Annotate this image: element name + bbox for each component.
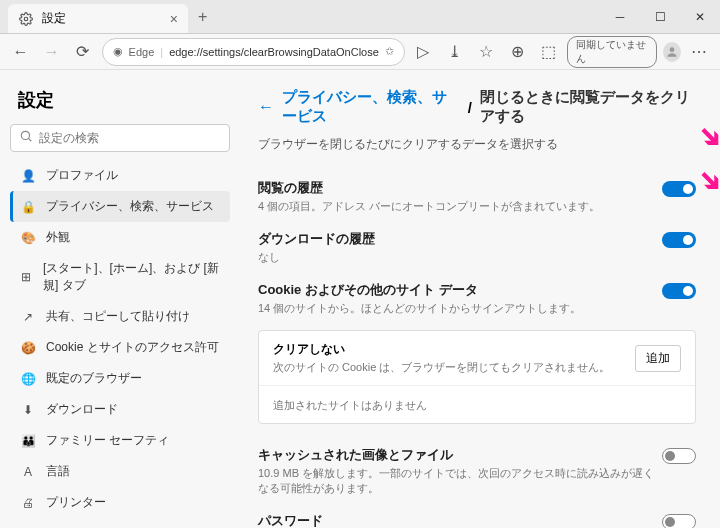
addr-prefix: Edge: [129, 46, 155, 58]
minimize-button[interactable]: ─: [600, 0, 640, 33]
sidebar-icon: 🎨: [20, 230, 36, 246]
sidebar-item-label: プロファイル: [46, 167, 118, 184]
favorites-icon[interactable]: ☆: [473, 38, 498, 66]
sidebar-icon: ⊞: [20, 269, 33, 285]
sidebar-item[interactable]: 🖨プリンター: [10, 487, 230, 518]
sidebar-icon: 🍪: [20, 340, 36, 356]
titlebar: 設定 × + ─ ☐ ✕: [0, 0, 720, 34]
setting-title: パスワード: [258, 512, 662, 528]
sidebar-item-label: ダウンロード: [46, 401, 118, 418]
sidebar-item-label: 共有、コピーして貼り付け: [46, 308, 190, 325]
setting-desc: 14 個のサイトから。ほとんどのサイトからサインアウトします。: [258, 301, 662, 316]
breadcrumb-link[interactable]: プライバシー、検索、サービス: [282, 88, 460, 126]
sidebar-item[interactable]: 👤プロファイル: [10, 160, 230, 191]
sidebar-icon: 🖨: [20, 495, 36, 511]
search-icon: [19, 129, 33, 147]
play-icon[interactable]: ▷: [411, 38, 436, 66]
sidebar-item[interactable]: 💻システム: [10, 518, 230, 528]
sidebar-item[interactable]: ↗共有、コピーして貼り付け: [10, 301, 230, 332]
back-arrow-icon[interactable]: ←: [258, 98, 274, 116]
sidebar-title: 設定: [18, 88, 230, 112]
setting-title: Cookie およびその他のサイト データ: [258, 281, 662, 299]
breadcrumb-current: 閉じるときに閲覧データをクリアする: [480, 88, 696, 126]
toggle-switch[interactable]: [662, 232, 696, 248]
profile-avatar[interactable]: [663, 42, 681, 62]
reader-icon[interactable]: ✩: [385, 45, 394, 58]
main-panel: ← プライバシー、検索、サービス / 閉じるときに閲覧データをクリアする ブラウ…: [240, 70, 720, 528]
card-desc: 次のサイトの Cookie は、ブラウザーを閉じてもクリアされません。: [273, 360, 635, 375]
sidebar-item[interactable]: 🍪Cookie とサイトのアクセス許可: [10, 332, 230, 363]
sidebar-icon: A: [20, 464, 36, 480]
toggle-switch[interactable]: [662, 448, 696, 464]
page-subhead: ブラウザーを閉じるたびにクリアするデータを選択する: [258, 136, 696, 153]
downloads-icon[interactable]: ⤓: [442, 38, 467, 66]
forward-button[interactable]: →: [39, 38, 64, 66]
exclusion-card: クリアしない次のサイトの Cookie は、ブラウザーを閉じてもクリアされません…: [258, 330, 696, 424]
toggle-switch[interactable]: [662, 283, 696, 299]
sidebar: 設定 👤プロファイル🔒プライバシー、検索、サービス🎨外観⊞[スタート]、[ホーム…: [0, 70, 240, 528]
setting-row: キャッシュされた画像とファイル10.9 MB を解放します。一部のサイトでは、次…: [258, 438, 696, 504]
sidebar-item[interactable]: 👪ファミリー セーフティ: [10, 425, 230, 456]
addr-url: edge://settings/clearBrowsingDataOnClose: [169, 46, 379, 58]
close-tab-icon[interactable]: ×: [170, 11, 178, 27]
sidebar-item-label: 外観: [46, 229, 70, 246]
address-bar[interactable]: ◉ Edge | edge://settings/clearBrowsingDa…: [102, 38, 405, 66]
back-button[interactable]: ←: [8, 38, 33, 66]
setting-title: キャッシュされた画像とファイル: [258, 446, 662, 464]
sidebar-icon: 🔒: [20, 199, 36, 215]
gear-icon: [18, 11, 34, 27]
setting-desc: 4 個の項目。アドレス バーにオートコンプリートが含まれています。: [258, 199, 662, 214]
settings-search[interactable]: [10, 124, 230, 152]
sidebar-item[interactable]: 🎨外観: [10, 222, 230, 253]
setting-row: パスワード3 個のパスワード (docomo.ne.jp、google.com、…: [258, 504, 696, 528]
sidebar-icon: 🌐: [20, 371, 36, 387]
sidebar-item[interactable]: ⬇ダウンロード: [10, 394, 230, 425]
sidebar-item[interactable]: 🔒プライバシー、検索、サービス: [10, 191, 230, 222]
toolbar: ← → ⟳ ◉ Edge | edge://settings/clearBrow…: [0, 34, 720, 70]
maximize-button[interactable]: ☐: [640, 0, 680, 33]
setting-row: 閲覧の履歴4 個の項目。アドレス バーにオートコンプリートが含まれています。: [258, 171, 696, 222]
sidebar-item-label: Cookie とサイトのアクセス許可: [46, 339, 219, 356]
toggle-switch[interactable]: [662, 514, 696, 528]
sidebar-item[interactable]: ⊞[スタート]、[ホーム]、および [新規] タブ: [10, 253, 230, 301]
refresh-button[interactable]: ⟳: [70, 38, 95, 66]
setting-row: ダウンロードの履歴なし: [258, 222, 696, 273]
sidebar-icon: 👤: [20, 168, 36, 184]
setting-title: 閲覧の履歴: [258, 179, 662, 197]
close-window-button[interactable]: ✕: [680, 0, 720, 33]
svg-point-1: [669, 47, 674, 52]
card-title: クリアしない: [273, 341, 635, 358]
collections-icon[interactable]: ⊕: [504, 38, 529, 66]
svg-point-2: [21, 131, 29, 139]
sidebar-item[interactable]: 🌐既定のブラウザー: [10, 363, 230, 394]
edge-icon: ◉: [113, 45, 123, 58]
svg-point-0: [24, 17, 28, 21]
breadcrumb: ← プライバシー、検索、サービス / 閉じるときに閲覧データをクリアする: [258, 88, 696, 126]
sidebar-item-label: プリンター: [46, 494, 106, 511]
sidebar-item-label: 既定のブラウザー: [46, 370, 142, 387]
sidebar-icon: ↗: [20, 309, 36, 325]
browser-tab[interactable]: 設定 ×: [8, 4, 188, 33]
sidebar-item-label: [スタート]、[ホーム]、および [新規] タブ: [43, 260, 220, 294]
setting-title: ダウンロードの履歴: [258, 230, 662, 248]
breadcrumb-sep: /: [468, 99, 472, 116]
sidebar-item-label: ファミリー セーフティ: [46, 432, 169, 449]
sync-status[interactable]: 同期していません: [567, 36, 657, 68]
toggle-switch[interactable]: [662, 181, 696, 197]
tab-title: 設定: [42, 10, 66, 27]
card-empty: 追加されたサイトはありません: [273, 398, 427, 413]
new-tab-button[interactable]: +: [188, 0, 217, 33]
setting-desc: なし: [258, 250, 662, 265]
sidebar-icon: 👪: [20, 433, 36, 449]
extensions-icon[interactable]: ⬚: [536, 38, 561, 66]
sidebar-item[interactable]: A言語: [10, 456, 230, 487]
sidebar-item-label: プライバシー、検索、サービス: [46, 198, 214, 215]
more-icon[interactable]: ⋯: [687, 38, 712, 66]
sidebar-item-label: 言語: [46, 463, 70, 480]
svg-line-3: [28, 138, 31, 141]
setting-desc: 10.9 MB を解放します。一部のサイトでは、次回のアクセス時に読み込みが遅く…: [258, 466, 662, 496]
add-button[interactable]: 追加: [635, 345, 681, 372]
search-input[interactable]: [39, 131, 221, 145]
sidebar-icon: ⬇: [20, 402, 36, 418]
setting-row: Cookie およびその他のサイト データ14 個のサイトから。ほとんどのサイト…: [258, 273, 696, 324]
